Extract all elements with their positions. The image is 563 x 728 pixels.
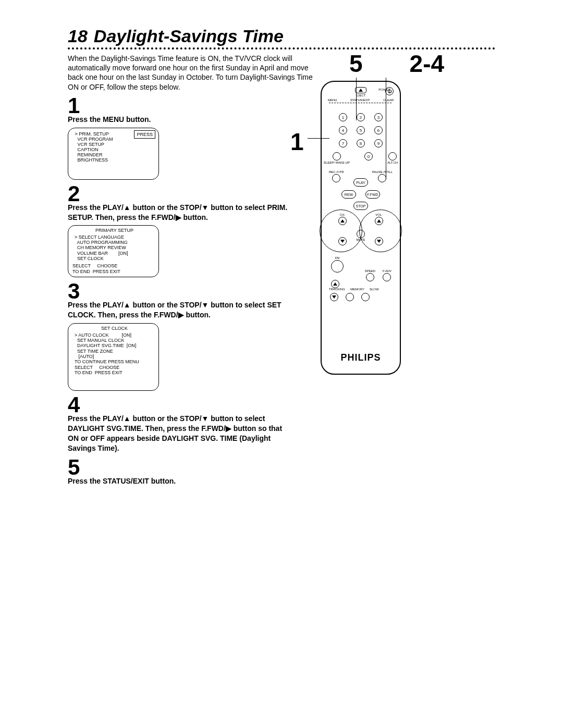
num-8: 8: [357, 139, 365, 147]
press-label: PRESS: [134, 130, 155, 139]
num-9: 9: [374, 139, 383, 147]
power-button: ⏻: [385, 87, 394, 95]
page-number: 18: [68, 26, 88, 46]
intro-paragraph: When the Daylight-Savings Time feature i…: [68, 54, 318, 92]
step-5-text: Press the STATUS/EXIT button.: [68, 476, 292, 486]
callout-2-4: 2-4: [410, 50, 444, 78]
ffwd-button: F.FWD: [365, 190, 380, 199]
step-2-text: Press the PLAY/▲ button or the STOP/▼ bu…: [68, 203, 292, 223]
sleep-button: [333, 152, 341, 161]
stop-button: STOP: [353, 202, 368, 210]
screen-3: SET CLOCK > AUTO CLOCK [ON] SET MANUAL C…: [68, 323, 159, 391]
num-3: 3: [374, 113, 383, 121]
status-label: STATUS/EXIT: [350, 98, 370, 102]
speed-button: [366, 273, 374, 281]
fadv-button: [383, 273, 391, 281]
track-dn: [330, 293, 338, 301]
screen-1: PRESS > PRIM. SETUP VCR PROGRAM VCR SETU…: [68, 128, 159, 180]
memory-button: [346, 293, 354, 301]
remote-control-illustration: EJECT POWER ⏻ MENU STATUS/EXIT CLEAR 123…: [321, 81, 401, 375]
num-0: 0: [364, 152, 373, 161]
callout-5: 5: [349, 50, 363, 78]
step-2-number: 2: [68, 183, 516, 205]
menu-label: MENU: [328, 98, 337, 102]
ch-up: [338, 217, 347, 225]
rew-button: REW: [341, 190, 356, 199]
vol-up: [375, 217, 383, 225]
num-4: 4: [339, 126, 347, 134]
page-title: Daylight-Savings Time: [94, 26, 284, 46]
mute-button: [357, 230, 365, 238]
step-3-text: Press the PLAY/▲ button or the STOP/▼ bu…: [68, 300, 292, 320]
callout-1: 1: [290, 128, 304, 156]
altch-button: [388, 152, 397, 161]
num-2: 2: [357, 113, 365, 121]
num-5: 5: [357, 126, 365, 134]
num-6: 6: [374, 126, 383, 134]
step-5-number: 5: [68, 456, 516, 478]
slow-button: [361, 293, 370, 301]
step-1-number: 1: [68, 95, 516, 117]
track-up: [331, 280, 339, 288]
screen-2: PRIMARY SETUP > SELECT LANGUAGE AUTO PRO…: [68, 225, 159, 277]
step-3-number: 3: [68, 280, 516, 302]
num-7: 7: [339, 139, 347, 147]
step-4-text: Press the PLAY/▲ button or the STOP/▼ bu…: [68, 414, 292, 453]
num-1: 1: [339, 113, 347, 121]
philips-logo: PHILIPS: [322, 352, 400, 363]
step-4-number: 4: [68, 394, 516, 416]
play-button: PLAY: [353, 178, 368, 187]
step-1-text: Press the MENU button.: [68, 115, 292, 125]
clear-label: CLEAR: [383, 98, 394, 102]
